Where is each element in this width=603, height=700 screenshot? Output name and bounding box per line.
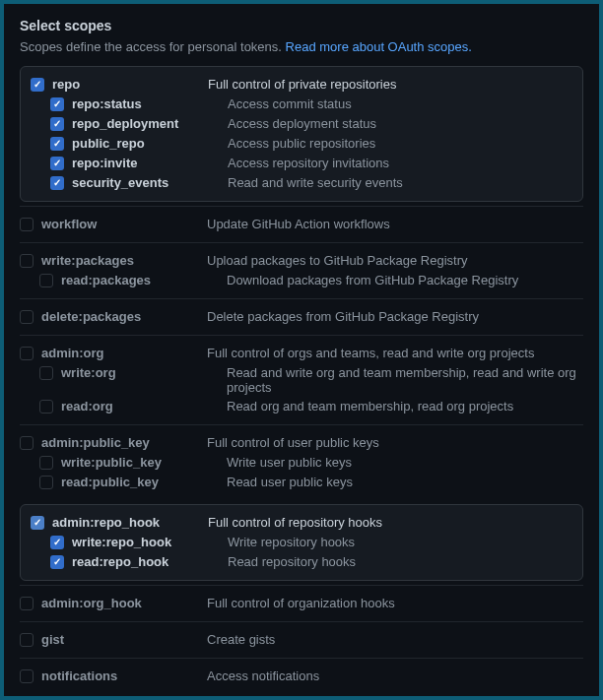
scope-lede: repo_deployment — [50, 116, 228, 131]
scope-lede: admin:org_hook — [20, 596, 207, 610]
scope-name[interactable]: repo — [52, 77, 80, 92]
scope-name[interactable]: admin:public_key — [41, 435, 150, 450]
scope-description: Create gists — [207, 632, 275, 647]
scope-row: repo_deploymentAccess deployment status — [31, 114, 572, 134]
scope-checkbox[interactable] — [50, 176, 64, 190]
scope-description: Delete packages from GitHub Package Regi… — [207, 309, 479, 324]
scope-checkbox[interactable] — [20, 254, 34, 268]
scope-lede: public_repo — [50, 136, 228, 151]
scope-lede: delete:packages — [20, 309, 207, 324]
scope-group: delete:packagesDelete packages from GitH… — [20, 298, 583, 335]
scope-row: delete:packagesDelete packages from GitH… — [20, 307, 583, 327]
scope-row: gistCreate gists — [20, 630, 583, 650]
scope-row: notificationsAccess notifications — [20, 667, 583, 686]
scope-row: repo:statusAccess commit status — [31, 95, 572, 114]
scope-name[interactable]: repo_deployment — [72, 116, 178, 131]
scope-lede: repo:invite — [50, 156, 228, 170]
scope-description: Upload packages to GitHub Package Regist… — [207, 253, 467, 268]
scope-row: public_repoAccess public repositories — [31, 134, 572, 154]
scope-row: write:public_keyWrite user public keys — [20, 453, 583, 473]
scope-checkbox[interactable] — [20, 436, 34, 450]
scope-lede: read:org — [39, 399, 227, 414]
scopes-panel: Select scopes Scopes define the access f… — [4, 4, 599, 696]
scope-checkbox[interactable] — [50, 157, 64, 170]
scope-name[interactable]: admin:repo_hook — [52, 515, 160, 530]
scope-checkbox[interactable] — [39, 476, 53, 489]
scope-name[interactable]: read:org — [61, 399, 113, 414]
scope-description: Full control of organization hooks — [207, 596, 395, 610]
scope-name[interactable]: admin:org — [41, 346, 104, 360]
oauth-scopes-link[interactable]: Read more about OAuth scopes. — [286, 39, 472, 54]
scope-description: Read repository hooks — [228, 554, 356, 569]
scopes-list: repoFull control of private repositories… — [20, 66, 583, 696]
scope-checkbox[interactable] — [31, 516, 44, 530]
scope-lede: write:repo_hook — [50, 535, 228, 549]
scope-row: write:repo_hookWrite repository hooks — [31, 533, 572, 552]
page-subtitle: Scopes define the access for personal to… — [20, 39, 583, 54]
scope-name[interactable]: read:repo_hook — [72, 554, 168, 569]
scope-name[interactable]: gist — [41, 632, 64, 647]
scope-name[interactable]: write:public_key — [61, 455, 162, 470]
scope-name[interactable]: read:packages — [61, 273, 151, 287]
scope-group: workflowUpdate GitHub Action workflows — [20, 206, 583, 242]
scope-row: workflowUpdate GitHub Action workflows — [20, 215, 583, 234]
scope-checkbox[interactable] — [39, 400, 53, 414]
scope-row: read:repo_hookRead repository hooks — [31, 552, 572, 572]
scope-checkbox[interactable] — [50, 555, 64, 569]
scope-description: Access deployment status — [228, 116, 376, 131]
scope-checkbox[interactable] — [20, 633, 34, 647]
scope-checkbox[interactable] — [39, 456, 53, 470]
scope-name[interactable]: notifications — [41, 668, 117, 683]
scope-description: Update GitHub Action workflows — [207, 217, 390, 231]
scope-row: repoFull control of private repositories — [31, 75, 572, 95]
scope-name[interactable]: delete:packages — [41, 309, 141, 324]
scope-name[interactable]: write:packages — [41, 253, 134, 268]
scope-description: Access repository invitations — [228, 156, 389, 170]
scope-checkbox[interactable] — [39, 274, 53, 287]
scope-name[interactable]: security_events — [72, 175, 168, 190]
scope-lede: write:public_key — [39, 455, 227, 470]
scope-row: read:orgRead org and team membership, re… — [20, 397, 583, 416]
scope-group: admin:public_keyFull control of user pub… — [20, 424, 583, 500]
scope-description: Read user public keys — [227, 475, 353, 489]
scope-checkbox[interactable] — [50, 137, 64, 151]
scope-description: Read and write security events — [228, 175, 403, 190]
scope-description: Download packages from GitHub Package Re… — [227, 273, 518, 287]
scope-description: Full control of private repositories — [208, 77, 396, 92]
scope-name[interactable]: admin:org_hook — [41, 596, 142, 610]
scope-row: admin:public_keyFull control of user pub… — [20, 433, 583, 453]
scope-group: admin:orgFull control of orgs and teams,… — [20, 335, 583, 424]
scope-checkbox[interactable] — [20, 310, 34, 324]
scope-checkbox[interactable] — [20, 597, 34, 610]
scope-name[interactable]: write:org — [61, 365, 116, 380]
subtitle-text: Scopes define the access for personal to… — [20, 39, 286, 54]
scope-checkbox[interactable] — [50, 117, 64, 131]
scope-checkbox[interactable] — [50, 536, 64, 549]
scope-checkbox[interactable] — [20, 347, 34, 360]
scope-group: repoFull control of private repositories… — [20, 66, 583, 202]
scope-lede: repo:status — [50, 96, 228, 111]
scope-description: Read and write org and team membership, … — [227, 365, 583, 395]
scope-name[interactable]: workflow — [41, 217, 97, 231]
scope-description: Write repository hooks — [228, 535, 355, 549]
scope-row: security_eventsRead and write security e… — [31, 173, 572, 193]
scope-lede: admin:repo_hook — [31, 515, 208, 530]
scope-checkbox[interactable] — [50, 97, 64, 111]
scope-lede: read:repo_hook — [50, 554, 228, 569]
scope-checkbox[interactable] — [20, 218, 34, 231]
scope-description: Access commit status — [228, 96, 352, 111]
scope-group: admin:repo_hookFull control of repositor… — [20, 504, 583, 581]
scope-row: admin:org_hookFull control of organizati… — [20, 594, 583, 613]
scope-name[interactable]: repo:invite — [72, 156, 137, 170]
scope-row: write:packagesUpload packages to GitHub … — [20, 251, 583, 271]
scope-name[interactable]: public_repo — [72, 136, 145, 151]
scope-checkbox[interactable] — [20, 669, 34, 683]
scope-name[interactable]: write:repo_hook — [72, 535, 171, 549]
scope-name[interactable]: repo:status — [72, 96, 142, 111]
scope-name[interactable]: read:public_key — [61, 475, 159, 489]
scope-description: Access notifications — [207, 668, 319, 683]
scope-checkbox[interactable] — [39, 366, 53, 380]
scope-group: admin:org_hookFull control of organizati… — [20, 585, 583, 621]
scope-checkbox[interactable] — [31, 78, 44, 92]
scope-row: read:public_keyRead user public keys — [20, 473, 583, 492]
